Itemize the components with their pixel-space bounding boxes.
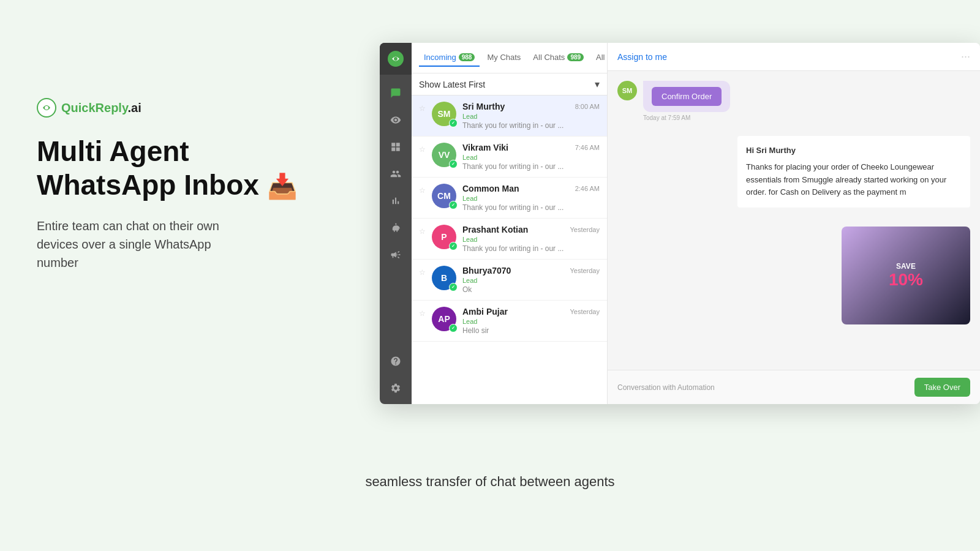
incoming-badge: 988	[459, 53, 475, 61]
whatsapp-badge-sri-murthy: ✓	[449, 119, 458, 127]
chat-item-common-man[interactable]: ☆ CM ✓ Common Man 2:46 AM Lead Thank you…	[412, 178, 607, 219]
take-over-button[interactable]: Take Over	[914, 378, 970, 397]
sidebar	[380, 43, 412, 404]
logo-text: QuickReply.ai	[61, 101, 141, 115]
star-icon-vikram-viki[interactable]: ☆	[419, 145, 426, 154]
ad-content: SAVE 10%	[883, 256, 929, 296]
chat-item-sri-murthy[interactable]: ☆ SM ✓ Sri Murthy 8:00 AM Lead Thank you…	[412, 96, 607, 137]
avatar-sri-murthy: SM ✓	[432, 102, 456, 126]
chat-preview-bhurya7070: Ok	[462, 285, 600, 294]
chat-name-common-man: Common Man	[462, 184, 519, 193]
message-time: Today at 7:59 AM	[643, 114, 730, 121]
chat-info-bhurya7070: Bhurya7070 Yesterday Lead Ok	[462, 266, 600, 294]
chat-panel-header: Assign to me ···	[608, 43, 980, 71]
bottom-tagline: seamless transfer of chat between agents	[365, 474, 614, 490]
chat-info-ambi-pujar: Ambi Pujar Yesterday Lead Hello sir	[462, 307, 600, 335]
chat-name-ambi-pujar: Ambi Pujar	[462, 307, 508, 317]
logo-area: QuickReply.ai	[37, 98, 355, 118]
chat-label-bhurya7070: Lead	[462, 277, 600, 284]
chat-item-prashant-kotian[interactable]: ☆ P ✓ Prashant Kotian Yesterday Lead Tha…	[412, 219, 607, 260]
avatar-prashant-kotian: P ✓	[432, 225, 456, 249]
whatsapp-badge-ambi-pujar: ✓	[449, 324, 458, 332]
tab-all-chats[interactable]: All Chats 989	[528, 49, 589, 67]
chat-label-sri-murthy: Lead	[462, 113, 600, 120]
chat-time-vikram-viki: 7:46 AM	[575, 144, 600, 151]
automation-text: Conversation with Automation	[617, 383, 715, 392]
ad-save-text: SAVE	[889, 262, 923, 271]
app-container: Incoming 988 My Chats All Chats 989 All …	[380, 43, 980, 404]
chat-label-ambi-pujar: Lead	[462, 318, 600, 325]
filter-label: Show Latest First	[419, 80, 485, 89]
chat-preview-common-man: Thank you for writing in - our ...	[462, 203, 600, 212]
chat-time-ambi-pujar: Yesterday	[570, 308, 600, 315]
chat-name-prashant-kotian: Prashant Kotian	[462, 225, 528, 234]
all-chats-badge: 989	[567, 53, 584, 61]
chat-preview-sri-murthy: Thank you for writing in - our ...	[462, 121, 600, 130]
message-text-block: Hi Sri Murthy Thanks for placing your or…	[737, 136, 970, 208]
sidebar-help-icon[interactable]	[385, 350, 407, 372]
chat-time-common-man: 2:46 AM	[575, 185, 600, 192]
confirm-order-button[interactable]: Confirm Order	[652, 87, 722, 106]
sidebar-users-icon[interactable]	[385, 163, 407, 185]
chevron-down-icon: ▾	[595, 78, 600, 90]
sidebar-eye-icon[interactable]	[385, 109, 407, 131]
tabs-bar: Incoming 988 My Chats All Chats 989 All …	[412, 43, 607, 73]
avatar-vikram-viki: VV ✓	[432, 143, 456, 167]
chat-time-sri-murthy: 8:00 AM	[575, 103, 600, 110]
whatsapp-badge-common-man: ✓	[449, 201, 458, 209]
chat-info-prashant-kotian: Prashant Kotian Yesterday Lead Thank you…	[462, 225, 600, 253]
chat-item-ambi-pujar[interactable]: ☆ AP ✓ Ambi Pujar Yesterday Lead Hello s…	[412, 301, 607, 342]
avatar-ambi-pujar: AP ✓	[432, 307, 456, 331]
chat-info-sri-murthy: Sri Murthy 8:00 AM Lead Thank you for wr…	[462, 102, 600, 130]
star-icon-prashant-kotian[interactable]: ☆	[419, 227, 426, 236]
star-icon-common-man[interactable]: ☆	[419, 186, 426, 195]
messages-area: SM Confirm Order Today at 7:59 AM SAVE 1…	[608, 71, 980, 370]
star-icon-ambi-pujar[interactable]: ☆	[419, 309, 426, 318]
ad-percent: 10%	[889, 271, 923, 290]
sidebar-settings-icon[interactable]	[385, 377, 407, 399]
whatsapp-badge-vikram-viki: ✓	[449, 160, 458, 168]
msg-avatar-sm: SM	[617, 81, 637, 100]
chat-item-vikram-viki[interactable]: ☆ VV ✓ Vikram Viki 7:46 AM Lead Thank yo…	[412, 137, 607, 178]
star-icon-sri-murthy[interactable]: ☆	[419, 104, 426, 113]
chat-name-sri-murthy: Sri Murthy	[462, 102, 505, 111]
chat-name-bhurya7070: Bhurya7070	[462, 266, 511, 276]
filter-dropdown[interactable]: Show Latest First ▾	[419, 78, 600, 90]
sidebar-chat-icon[interactable]	[385, 82, 407, 104]
avatar-bhurya7070: B ✓	[432, 266, 456, 290]
sidebar-megaphone-icon[interactable]	[385, 244, 407, 266]
tab-incoming[interactable]: Incoming 988	[419, 49, 480, 67]
filter-bar[interactable]: Show Latest First ▾	[412, 73, 607, 96]
main-heading: Multi Agent WhatsApp Inbox 📥	[37, 135, 355, 202]
chat-list: ☆ SM ✓ Sri Murthy 8:00 AM Lead Thank you…	[412, 96, 607, 404]
tab-my-chats[interactable]: My Chats	[482, 49, 526, 67]
chat-preview-vikram-viki: Thank you for writing in - our ...	[462, 162, 600, 171]
svg-point-3	[394, 57, 398, 61]
quickreply-logo-icon	[37, 98, 56, 118]
chat-label-vikram-viki: Lead	[462, 154, 600, 161]
automation-footer: Conversation with Automation Take Over	[608, 370, 980, 404]
left-content: QuickReply.ai Multi Agent WhatsApp Inbox…	[37, 98, 355, 309]
sidebar-logo	[380, 43, 412, 75]
chat-preview-ambi-pujar: Hello sir	[462, 326, 600, 335]
sidebar-bot-icon[interactable]	[385, 217, 407, 239]
chat-time-bhurya7070: Yesterday	[570, 267, 600, 274]
chat-list-panel: Incoming 988 My Chats All Chats 989 All …	[412, 43, 608, 404]
chat-label-common-man: Lead	[462, 195, 600, 202]
star-icon-bhurya7070[interactable]: ☆	[419, 268, 426, 277]
whatsapp-badge-prashant-kotian: ✓	[449, 242, 458, 250]
chat-panel: Assign to me ··· SM Confirm Order Today …	[608, 43, 980, 404]
message-body-text: Thanks for placing your order of Cheeko …	[746, 161, 962, 199]
greeting-text: Hi Sri Murthy	[746, 144, 962, 157]
chat-item-bhurya7070[interactable]: ☆ B ✓ Bhurya7070 Yesterday Lead Ok	[412, 260, 607, 301]
assign-to-me-link[interactable]: Assign to me	[617, 52, 667, 62]
sub-heading: Entire team can chat on their own device…	[37, 217, 355, 272]
chat-name-vikram-viki: Vikram Viki	[462, 143, 508, 152]
chat-label-prashant-kotian: Lead	[462, 236, 600, 243]
avatar-common-man: CM ✓	[432, 184, 456, 208]
chat-preview-prashant-kotian: Thank you for writing in - our ...	[462, 244, 600, 253]
sidebar-grid-icon[interactable]	[385, 136, 407, 158]
sidebar-logo-icon	[387, 50, 404, 67]
chat-info-vikram-viki: Vikram Viki 7:46 AM Lead Thank you for w…	[462, 143, 600, 171]
sidebar-chart-icon[interactable]	[385, 190, 407, 212]
